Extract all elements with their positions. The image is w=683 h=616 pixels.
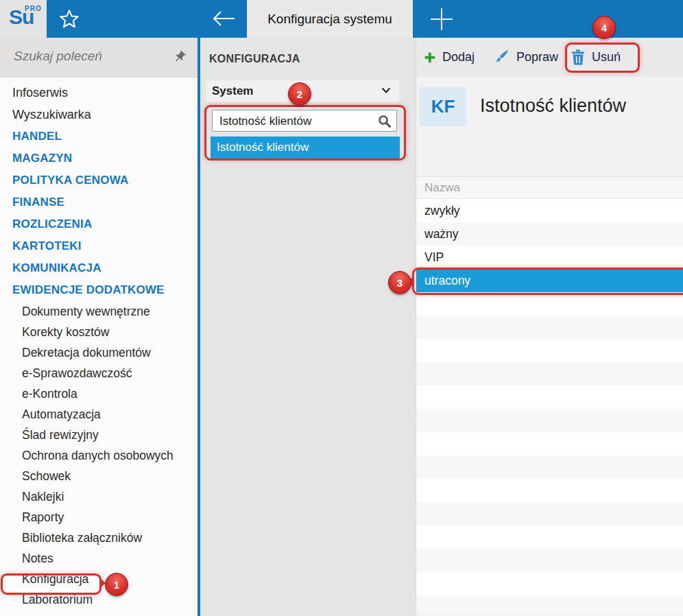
tab-konfiguracja-systemu[interactable]: Konfiguracja systemu: [247, 0, 413, 38]
table-row-zwyk-y[interactable]: zwykły: [416, 199, 683, 222]
sidebar-item-wyszukiwarka[interactable]: Wyszukiwarka: [0, 104, 197, 126]
sidebar-item-konfiguracja[interactable]: Konfiguracja: [0, 569, 197, 589]
favorites-star-icon[interactable]: [58, 8, 82, 30]
sidebar-item-dekretacja-dokumentow[interactable]: Dekretacja dokumentów: [0, 342, 197, 363]
sidebar-item-schowek[interactable]: Schowek: [0, 466, 197, 486]
toolbar: Dodaj Popraw: [416, 38, 683, 77]
sidebar-item-naklejki[interactable]: Naklejki: [0, 486, 197, 507]
table-row-utracony[interactable]: utracony: [416, 269, 683, 292]
table-empty-stripes: [416, 292, 683, 615]
back-arrow-icon[interactable]: [210, 9, 239, 29]
config-result-item-selected[interactable]: Istotność klientów: [211, 137, 400, 158]
sidebar-item-e-sprawozdawczosc[interactable]: e-Sprawozdawczość: [0, 363, 197, 383]
sidebar-item-korekty-kosztow[interactable]: Korekty kosztów: [0, 322, 197, 342]
config-result-label: Istotność klientów: [217, 141, 309, 154]
category-dropdown-value: System: [206, 84, 253, 98]
edit-button-label: Popraw: [516, 50, 558, 64]
plus-icon: [424, 51, 435, 63]
sidebar-item-finanse[interactable]: FINANSE: [0, 191, 197, 213]
sidebar-item-magazyn[interactable]: MAGAZYN: [0, 147, 197, 169]
sidebar-item-infoserwis[interactable]: Infoserwis: [0, 82, 197, 104]
edit-button[interactable]: Popraw: [489, 44, 562, 70]
main-panel: Dodaj Popraw: [416, 38, 683, 616]
table-row-vip[interactable]: VIP: [416, 246, 683, 269]
search-icon[interactable]: [377, 114, 392, 129]
table-row-wazny[interactable]: ważny: [416, 222, 683, 246]
configuration-panel-title: KONFIGURACJA: [209, 53, 300, 65]
chevron-down-icon: [381, 87, 391, 94]
sidebar-item-polityka-cenowa[interactable]: POLITYKA CENOWA: [0, 169, 197, 191]
sidebar-item-handel[interactable]: HANDEL: [0, 126, 197, 147]
sidebar-item-automatyzacja[interactable]: Automatyzacja: [0, 404, 197, 425]
brush-icon: [493, 49, 510, 65]
logo-pro-label: PRO: [25, 5, 42, 12]
sidebar-item-rozliczenia[interactable]: ROZLICZENIA: [0, 213, 197, 235]
items-table: Nazwa zwykływażnyVIPutracony: [416, 176, 683, 615]
table-header[interactable]: Nazwa: [416, 176, 683, 199]
category-dropdown[interactable]: System: [206, 80, 399, 102]
sidebar-item-dokumenty-wewnetrzne[interactable]: Dokumenty wewnętrzne: [0, 301, 197, 322]
app-logo[interactable]: Su PRO: [0, 0, 47, 38]
sidebar-item-ochrona-danych-osobowych[interactable]: Ochrona danych osobowych: [0, 445, 197, 466]
config-filter-input[interactable]: [218, 112, 372, 130]
table-body: zwykływażnyVIPutracony: [416, 199, 683, 292]
sidebar-menu: InfoserwisWyszukiwarkaHANDELMAGAZYNPOLIT…: [0, 82, 197, 610]
config-filter-box: [212, 110, 397, 132]
new-tab-plus-icon[interactable]: [425, 7, 458, 32]
sidebar-item-laboratorium[interactable]: Laboratorium: [0, 589, 197, 610]
sidebar-item-e-kontrola[interactable]: e-Kontrola: [0, 383, 197, 404]
page-title: Istotność klientów: [480, 95, 626, 117]
sidebar: InfoserwisWyszukiwarkaHANDELMAGAZYNPOLIT…: [0, 38, 197, 616]
delete-button[interactable]: Usuń: [567, 44, 625, 70]
sidebar-item-notes[interactable]: Notes: [0, 548, 197, 569]
trash-icon: [571, 49, 585, 65]
sidebar-item-biblioteka-za-acznikow[interactable]: Biblioteka załączników: [0, 528, 197, 548]
add-button[interactable]: Dodaj: [420, 44, 479, 70]
app-window: Su PRO Konfiguracja systemu: [0, 0, 683, 616]
command-search-input[interactable]: [12, 48, 159, 64]
command-search-bar: [0, 38, 197, 78]
column-header-nazwa: Nazwa: [424, 181, 460, 195]
module-badge: KF: [420, 87, 466, 126]
module-badge-text: KF: [431, 96, 455, 117]
sidebar-item-slad-rewizyjny[interactable]: Ślad rewizyjny: [0, 425, 197, 445]
sidebar-item-raporty[interactable]: Raporty: [0, 507, 197, 528]
configuration-panel: KONFIGURACJA System Istotność klientów: [200, 38, 416, 616]
top-bar: Su PRO Konfiguracja systemu: [0, 0, 683, 38]
tab-title: Konfiguracja systemu: [267, 12, 392, 27]
sidebar-item-kartoteki[interactable]: KARTOTEKI: [0, 235, 197, 257]
sidebar-item-ewidencje-dodatkowe[interactable]: EWIDENCJE DODATKOWE: [0, 279, 197, 301]
pin-icon[interactable]: [170, 47, 189, 67]
sidebar-item-komunikacja[interactable]: KOMUNIKACJA: [0, 257, 197, 279]
add-button-label: Dodaj: [442, 50, 475, 64]
delete-button-label: Usuń: [592, 50, 621, 64]
